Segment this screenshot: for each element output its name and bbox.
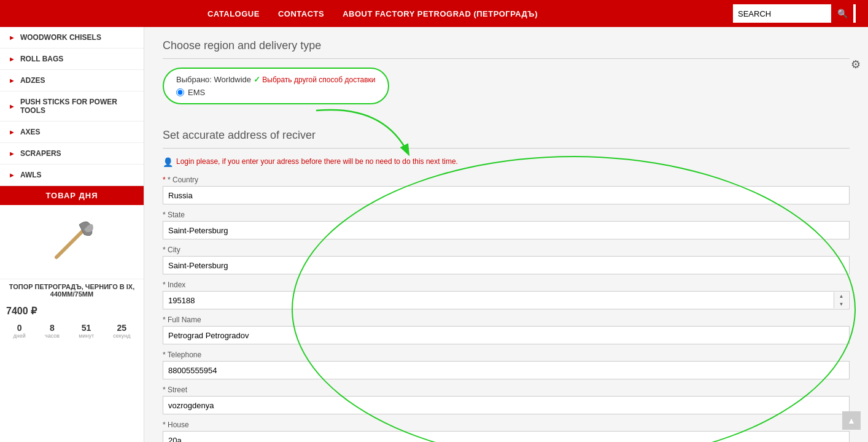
city-input[interactable] — [163, 256, 850, 274]
street-label: * Street — [163, 386, 850, 394]
divider2 — [163, 148, 850, 149]
city-field-group: * City — [163, 246, 850, 274]
sidebar-item-label: WOODWORK CHISELS — [20, 33, 101, 42]
login-notice: 👤 Login please, if you enter your adress… — [163, 157, 850, 167]
ems-radio-label[interactable]: EMS — [176, 88, 376, 97]
countdown-days: 0 дней — [14, 323, 26, 339]
telephone-input[interactable] — [163, 361, 850, 379]
sidebar-item-label: AWLS — [20, 171, 42, 179]
section2-title: Set accurate address of reciver — [163, 129, 850, 142]
country-field-group: * * Country — [163, 176, 850, 204]
telephone-label: * Telephone — [163, 351, 850, 359]
telephone-field-group: * Telephone — [163, 351, 850, 379]
ems-radio[interactable] — [176, 88, 184, 96]
chevron-icon: ► — [9, 77, 15, 84]
back-to-top-button[interactable]: ▲ — [842, 411, 861, 430]
sidebar-item-label: PUSH STICKS FOR POWER TOOLS — [20, 98, 135, 115]
change-delivery-link[interactable]: Выбрать другой способ доставки — [262, 76, 375, 84]
state-input[interactable] — [163, 221, 850, 239]
search-button[interactable]: 🔍 — [831, 4, 853, 23]
chevron-icon: ► — [9, 171, 15, 179]
house-label: * House — [163, 421, 850, 429]
house-field-group: * House — [163, 421, 850, 442]
sidebar-item-scrapers[interactable]: ► SCRAPERS — [0, 143, 144, 165]
search-input[interactable] — [733, 4, 831, 23]
state-label: * State — [163, 211, 850, 219]
chevron-icon: ► — [9, 34, 15, 41]
sidebar-item-label: ROLL BAGS — [20, 55, 63, 63]
axe-svg — [41, 211, 103, 273]
index-field-group: * Index ▲ ▼ — [163, 281, 850, 309]
product-price: 7400 ₽ — [0, 301, 144, 320]
index-up-button[interactable]: ▲ — [834, 292, 848, 300]
region-box: Выбрано: Worldwide ✓ Выбрать другой спос… — [163, 68, 389, 104]
sidebar-item-roll-bags[interactable]: ► ROLL BAGS — [0, 48, 144, 70]
section1-title: Choose region and delivery type — [163, 39, 850, 52]
fullname-label: * Full Name — [163, 316, 850, 324]
svg-line-0 — [56, 230, 84, 257]
index-down-button[interactable]: ▼ — [834, 300, 848, 308]
sidebar-item-awls[interactable]: ► AWLS — [0, 165, 144, 186]
index-wrapper: ▲ ▼ — [163, 291, 850, 309]
street-field-group: * Street — [163, 386, 850, 414]
fullname-field-group: * Full Name — [163, 316, 850, 344]
index-label: * Index — [163, 281, 850, 289]
state-field-group: * State — [163, 211, 850, 239]
product-of-day-title: ТОВАР ДНЯ — [0, 186, 144, 205]
search-box: 🔍 — [733, 4, 856, 23]
gear-button[interactable]: ⚙ — [851, 58, 861, 71]
city-label: * City — [163, 246, 850, 254]
house-input[interactable] — [163, 431, 850, 442]
header: CATALOGUE CONTACTS ABOUT FACTORY PETROGR… — [0, 0, 868, 27]
sidebar-item-label: SCRAPERS — [20, 149, 61, 158]
nav-contacts[interactable]: CONTACTS — [278, 9, 324, 18]
main-nav: CATALOGUE CONTACTS ABOUT FACTORY PETROGR… — [12, 9, 733, 18]
chevron-icon: ► — [9, 150, 15, 157]
countdown-seconds: 25 секунд — [113, 323, 130, 339]
product-image — [0, 205, 144, 279]
nav-about[interactable]: ABOUT FACTORY PETROGRAD (ПЕТРОГРАДЪ) — [343, 9, 538, 18]
fullname-input[interactable] — [163, 326, 850, 344]
check-icon: ✓ — [254, 75, 260, 84]
sidebar-item-axes[interactable]: ► AXES — [0, 122, 144, 143]
index-spinner: ▲ ▼ — [834, 292, 848, 308]
main-content: Choose region and delivery type Выбрано:… — [144, 27, 868, 442]
sidebar-item-label: AXES — [20, 128, 41, 136]
divider1 — [163, 58, 850, 59]
page-layout: ► WOODWORK CHISELS ► ROLL BAGS ► ADZES ►… — [0, 27, 868, 442]
country-input[interactable] — [163, 186, 850, 204]
sidebar-item-adzes[interactable]: ► ADZES — [0, 70, 144, 91]
person-icon: 👤 — [163, 157, 173, 167]
sidebar-item-label: ADZES — [20, 76, 45, 85]
chevron-icon: ► — [9, 128, 15, 136]
index-input[interactable] — [163, 291, 850, 309]
countdown-hours: 8 часов — [45, 323, 60, 339]
countdown-minutes: 51 минут — [79, 323, 94, 339]
countdown: 0 дней 8 часов 51 минут 25 секунд — [0, 320, 144, 340]
sidebar-item-woodwork-chisels[interactable]: ► WOODWORK CHISELS — [0, 27, 144, 48]
product-name: ТОПОР ПЕТРОГРАДЪ, ЧЕРНИГО В IX, 440ММ/75… — [0, 279, 144, 301]
region-selected: Выбрано: Worldwide ✓ Выбрать другой спос… — [176, 75, 376, 84]
chevron-icon: ► — [9, 103, 15, 110]
nav-catalogue[interactable]: CATALOGUE — [207, 9, 260, 18]
chevron-icon: ► — [9, 55, 15, 63]
sidebar-item-push-sticks[interactable]: ► PUSH STICKS FOR POWER TOOLS — [0, 91, 144, 122]
sidebar: ► WOODWORK CHISELS ► ROLL BAGS ► ADZES ►… — [0, 27, 144, 442]
street-input[interactable] — [163, 396, 850, 414]
country-label: * * Country — [163, 176, 850, 184]
